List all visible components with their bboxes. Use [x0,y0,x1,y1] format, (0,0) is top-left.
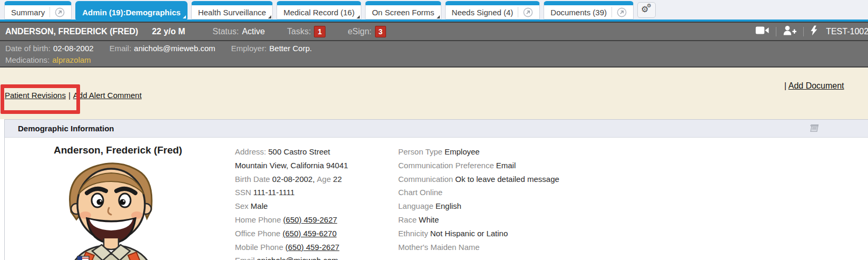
icon-divider [803,27,804,36]
employer-value: Better Corp. [269,43,312,54]
tab-admin-label: Admin (19):Demographics [82,8,181,17]
tab-underline [0,20,868,22]
address-row: Address:500 Castro Street [235,145,348,159]
home-phone-row: Home Phone(650) 459-2627 [235,213,348,227]
tab-fold-icon [183,15,186,18]
tab-fold-icon [268,15,271,18]
video-camera-icon[interactable] [755,26,769,37]
communication-preference-row: Communication PreferenceEmail [398,159,559,172]
tab-divider [611,7,612,17]
header-icon-group: TEST-10025 [755,25,868,38]
link-separator: | [784,81,786,90]
tab-divider [50,7,50,17]
mobile-phone-link[interactable]: (650) 459-2627 [285,243,340,252]
office-phone-link[interactable]: (650) 459-6270 [282,229,337,238]
open-in-new-icon[interactable] [523,7,533,17]
gear-icon-small: ⚙ [647,2,652,9]
tab-divider [518,7,518,17]
open-in-new-icon[interactable] [617,7,627,17]
demographics-panel-header: Demographic Information [5,120,868,138]
tab-admin-demographics[interactable]: Admin (19):Demographics [75,1,188,20]
office-phone-row: Office Phone(650) 459-6270 [235,227,348,240]
mothers-maiden-name-row: Mother's Maiden Name [398,240,559,254]
ssn-row: SSN111-11-1111 [235,186,348,199]
employer-label: Employer: [231,43,267,54]
tab-needs-signed[interactable]: Needs Signed (4) [445,1,540,20]
email-label: Email: [110,43,132,54]
demographics-middle-column: Address:500 Castro Street Mountain View,… [235,145,348,260]
tab-documents-label: Documents (39) [550,8,607,17]
language-row: LanguageEnglish [398,199,559,213]
patient-display-name: Anderson, Frederick (Fred) [26,145,210,156]
esign-label: eSign: [348,27,371,36]
medications-value: alprazolam [52,54,91,66]
chart-id: TEST-10025 [826,27,868,36]
tasks-label: Tasks: [287,27,311,36]
communication-row: CommunicationOk to leave detailed messag… [398,172,559,186]
email-row: Emailanichols@mieweb.com [235,254,348,260]
info-row-1: Date of birth: 02-08-2002 Email: anichol… [5,43,868,54]
ethnicity-row: EthnicityNot Hispanic or Latino [398,227,559,240]
tab-summary[interactable]: Summary [4,1,72,20]
email-link[interactable]: anichols@mieweb.com [257,256,338,260]
tab-medical-record[interactable]: Medical Record (16) [277,1,361,20]
tab-health-surveillance-label: Health Surveillance [198,8,266,17]
status-label: Status: [213,27,239,36]
info-row-2: Medications: alprazolam [5,54,868,66]
race-row: RaceWhite [398,213,559,227]
tab-on-screen-forms-label: On Screen Forms [372,8,434,17]
patient-action-links: Patient Revisions|Add Alert Comment [5,91,142,100]
add-alert-comment-link[interactable]: Add Alert Comment [73,91,142,100]
patient-age-sex: 22 y/o M [152,27,185,36]
demographics-right-column: Person TypeEmployee Communication Prefer… [398,145,559,254]
sex-row: SexMale [235,199,348,213]
add-document-link[interactable]: Add Document [788,81,844,90]
lightning-bolt-icon[interactable] [811,25,817,38]
add-person-icon[interactable] [783,25,796,37]
journal-icon[interactable] [810,124,820,135]
tab-fold-icon [437,15,440,18]
tab-strip: Summary Admin (19):Demographics Health S… [4,0,656,20]
patient-info-bar: Date of birth: 02-08-2002 Email: anichol… [0,41,868,68]
chart-online-row: Chart Online [398,186,559,199]
patient-name: ANDERSON, FREDERICK (FRED) [5,27,138,36]
action-strip: Patient Revisions|Add Alert Comment | Ad… [0,68,868,119]
home-phone-link[interactable]: (650) 459-2627 [283,215,338,224]
settings-button[interactable]: ⚙ ⚙ [637,2,656,18]
demographics-panel: Demographic Information Anderson, Freder… [4,119,868,260]
dob-label: Date of birth: [5,43,51,54]
tab-medical-record-label: Medical Record (16) [283,8,354,17]
tasks-count-badge[interactable]: 1 [314,26,326,37]
patient-avatar[interactable] [55,159,167,260]
tab-bar: Summary Admin (19):Demographics Health S… [0,0,868,22]
esign-count-badge[interactable]: 3 [375,26,387,37]
add-document-row: | Add Document [784,81,844,91]
medications-label: Medications: [5,54,50,66]
tab-fold-icon [357,15,360,18]
icon-divider [776,27,776,36]
link-separator: | [68,91,71,100]
panel-title: Demographic Information [5,124,114,133]
tab-health-surveillance[interactable]: Health Surveillance [191,1,273,20]
demographics-panel-body: Anderson, Frederick (Fred) [5,138,868,260]
patient-revisions-link[interactable]: Patient Revisions [5,91,66,100]
email-value: anichols@mieweb.com [134,43,215,54]
tab-on-screen-forms[interactable]: On Screen Forms [365,1,441,20]
birth-date-row: Birth Date02-08-2002,Age22 [235,172,348,186]
dob-value: 02-08-2002 [53,43,94,54]
status-value: Active [242,27,265,36]
tab-needs-signed-label: Needs Signed (4) [452,8,514,17]
mobile-phone-row: Mobile Phone(650) 459-2627 [235,240,348,254]
person-type-row: Person TypeEmployee [398,145,559,159]
tab-documents[interactable]: Documents (39) [544,1,634,20]
tab-summary-label: Summary [11,8,45,17]
address-row-2: Mountain View, California 94041 [235,159,348,172]
patient-header-bar: ANDERSON, FREDERICK (FRED) 22 y/o M Stat… [0,22,868,41]
open-in-new-icon[interactable] [55,7,65,17]
